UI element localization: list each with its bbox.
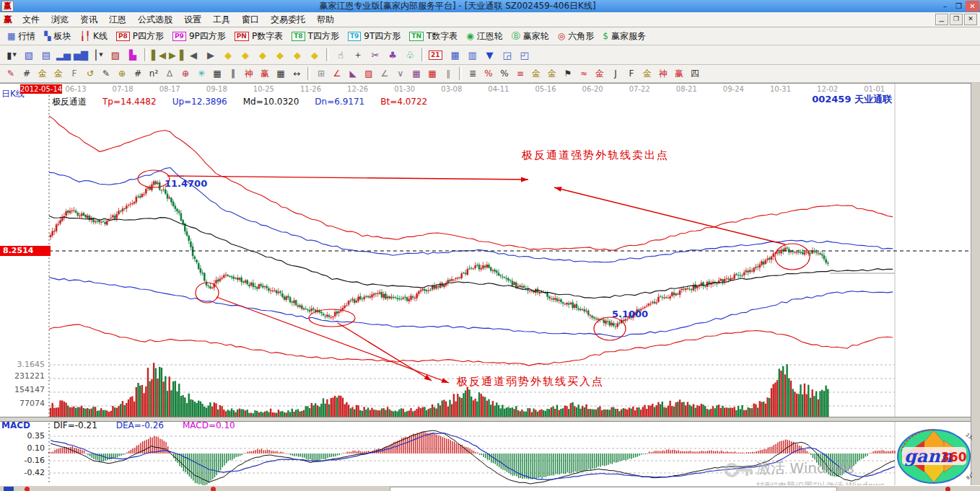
menu-item-6[interactable]: 工具 [207, 14, 236, 25]
menu-item-2[interactable]: 资讯 [74, 14, 103, 25]
first-bar-icon[interactable]: ▌◀ [151, 48, 167, 62]
bars-small-icon[interactable]: ▂▅ [56, 48, 71, 62]
grid2-icon[interactable]: # [131, 67, 145, 80]
t-number-table-icon-button[interactable]: TNT数字表 [405, 30, 462, 43]
minimize-button[interactable]: – [938, 1, 952, 12]
si-angle-icon[interactable]: 四 [688, 67, 702, 80]
menu-item-1[interactable]: 浏览 [45, 14, 74, 25]
ying-angle-icon[interactable]: 赢 [672, 67, 686, 80]
gann-wheel-icon-button[interactable]: ◉江恩轮 [462, 30, 507, 43]
web-export-icon[interactable]: ◲ [499, 48, 515, 62]
gold-angle-icon[interactable]: 金 [640, 67, 655, 80]
menu-item-3[interactable]: 江恩 [103, 14, 132, 25]
info-panel-icon[interactable]: ▤ [38, 48, 54, 62]
grid-red-icon[interactable]: ▦ [425, 67, 439, 80]
check-line-icon[interactable]: ∨ [393, 67, 408, 80]
wave-box-icon[interactable]: ≈ [577, 67, 591, 80]
shen-grid-icon[interactable]: 神 [242, 67, 256, 80]
scissors-icon[interactable]: ✂ [367, 48, 383, 62]
p-number-table-icon-button[interactable]: PNP数字表 [230, 30, 287, 43]
kline-period-icon[interactable]: ▮▼ [4, 48, 19, 62]
flag-pen-icon[interactable]: ⚑ [561, 67, 575, 80]
color-histogram-icon[interactable]: ▙ [125, 48, 141, 62]
parallel-lines-icon[interactable]: ∥ [441, 67, 455, 80]
prev-bar-icon[interactable]: ◀ [185, 48, 201, 62]
hand-icon[interactable]: ☝ [333, 48, 349, 62]
diamond-expand-icon[interactable]: ◆ [255, 48, 271, 62]
pen-icon[interactable]: ✎ [4, 67, 18, 80]
notepad-icon[interactable]: ▥ [465, 48, 481, 62]
chart-window[interactable]: 日K线 2012-05-14 06-1307-1808-1709-1810-25… [0, 83, 971, 485]
mdi-close-button[interactable]: ✕ [964, 14, 977, 25]
grid-lines-icon[interactable]: # [19, 67, 34, 80]
fibonacci-icon[interactable]: F [67, 67, 82, 80]
gold-grid-icon[interactable]: 金 [51, 67, 66, 80]
ying-grid-icon[interactable]: 赢 [258, 67, 272, 80]
maximize-button[interactable]: ❐ [952, 1, 966, 12]
parallel-icon[interactable]: ‖ [226, 67, 240, 80]
crosshair-icon[interactable]: ＋ [350, 48, 366, 62]
menu-item-5[interactable]: 设置 [178, 14, 207, 25]
marker-pen-icon[interactable]: ✎ [99, 67, 113, 80]
j-angle-icon[interactable]: J [608, 67, 623, 80]
quotes-grid-icon-button[interactable]: ▦行情 [3, 30, 40, 43]
save-icon[interactable]: ▼ [482, 48, 498, 62]
window-layout-icon[interactable]: ▧ [21, 48, 37, 62]
calendar-icon[interactable]: 21 [428, 48, 446, 62]
diamond-all-icon[interactable]: ◆ [307, 48, 323, 62]
winner-wheel-icon-button[interactable]: Ⓑ赢家轮 [507, 30, 554, 43]
menu-item-4[interactable]: 公式选股 [132, 14, 178, 25]
width-measure-icon[interactable]: ↔ [289, 67, 304, 80]
zigzag-icon[interactable]: ▨ [108, 48, 123, 62]
square-n2-icon[interactable]: n² [146, 67, 161, 80]
last-bar-icon[interactable]: ▶▐ [168, 48, 184, 62]
gold-red-icon[interactable]: 金 [592, 67, 607, 80]
box-tool-icon[interactable]: ⊞ [314, 67, 328, 80]
macd-pane-label[interactable]: MACD [1, 420, 30, 430]
star-icon[interactable]: ✳ [194, 67, 209, 80]
gold-levels-icon[interactable]: 金 [545, 67, 559, 80]
calculator-icon[interactable]: ▦ [447, 48, 463, 62]
gann-circle-icon[interactable]: ⊕ [178, 67, 193, 80]
sectors-icon-button[interactable]: ▚板块 [40, 30, 75, 43]
hexagon-icon-button[interactable]: ◎六角形 [554, 30, 598, 43]
diamond-left-icon[interactable]: ◆ [220, 48, 236, 62]
bars-large-icon[interactable]: ▅▇ [73, 48, 89, 62]
diamond-right-icon[interactable]: ◆ [237, 48, 253, 62]
candle-style-icon[interactable]: ⎮▼ [90, 48, 106, 62]
t-square-icon-button[interactable]: T8T四方形 [287, 30, 344, 43]
winner-service-icon-button[interactable]: $赢家服务 [598, 30, 650, 43]
wedge-icon[interactable]: ◣ [346, 67, 360, 80]
angle-fan-icon[interactable]: ∆ [162, 67, 177, 80]
shen-angle-icon[interactable]: 神 [656, 67, 670, 80]
gold-ratio-icon[interactable]: 金 [35, 67, 50, 80]
diamond-shrink-icon[interactable]: ◆ [272, 48, 288, 62]
close-button[interactable]: ✕ [966, 1, 979, 12]
cycle-circle-icon[interactable]: ⊕ [115, 67, 129, 80]
t9-square-icon-button[interactable]: T99T四方形 [344, 30, 405, 43]
grid-box-icon[interactable]: ▦ [210, 67, 224, 80]
diamond-up-icon[interactable]: ◆ [289, 48, 305, 62]
percent-strike-icon[interactable]: % [481, 67, 496, 80]
p-square-icon-button[interactable]: P8P四方形 [112, 30, 168, 43]
mdi-minimize-button[interactable]: ＿ [935, 14, 948, 25]
list-icon[interactable]: ≣ [465, 67, 480, 80]
menu-item-7[interactable]: 窗口 [236, 14, 265, 25]
menu-item-8[interactable]: 交易委托 [265, 14, 311, 25]
shade-box-icon[interactable]: ▨ [362, 67, 376, 80]
next-bar-icon[interactable]: ▶ [203, 48, 219, 62]
angle-line-icon[interactable]: ∠ [377, 67, 392, 80]
f-angle-icon[interactable]: F [624, 67, 639, 80]
percent-icon[interactable]: % [497, 67, 512, 80]
kline-icon-button[interactable]: ╽╿K线 [76, 30, 112, 43]
spiral-icon[interactable]: ↺ [83, 67, 97, 80]
menu-item-0[interactable]: 文件 [17, 14, 45, 25]
grid-purple-icon[interactable]: ▦ [409, 67, 424, 80]
percent-levels-icon[interactable]: ≡ [513, 67, 528, 80]
gold-circle-icon[interactable]: 金 [529, 67, 543, 80]
mdi-restore-button[interactable]: ❐ [950, 14, 963, 25]
fan-lines-icon[interactable]: ∠ [330, 67, 344, 80]
data-transfer-icon[interactable]: ◰ [517, 48, 533, 62]
menu-item-9[interactable]: 帮助 [311, 14, 340, 25]
number-grid-icon[interactable]: ▦ [274, 67, 288, 80]
